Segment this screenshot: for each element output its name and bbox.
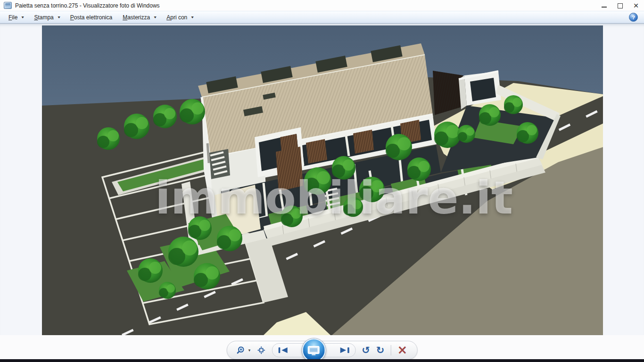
title-bar: Paietta senza torrino.275 - Visualizzato… xyxy=(0,0,644,11)
delete-button[interactable]: × xyxy=(397,344,407,356)
window-controls: × xyxy=(596,0,644,11)
chevron-down-icon: ▾ xyxy=(248,348,251,353)
menu-posta-elettronica[interactable]: Posta elettronica xyxy=(70,14,112,21)
next-icon xyxy=(339,347,349,354)
actual-size-icon xyxy=(256,346,265,354)
rotate-counterclockwise-button[interactable]: ↺ xyxy=(362,346,370,355)
photo-viewer-toolbar: ▾ xyxy=(227,341,418,360)
slideshow-icon xyxy=(307,346,320,355)
menu-stampa-label: Stampa xyxy=(34,14,53,21)
zoom-button[interactable]: ▾ xyxy=(237,346,251,354)
restore-button[interactable] xyxy=(612,0,628,11)
chevron-down-icon: ▾ xyxy=(58,15,60,19)
minimize-icon xyxy=(602,3,607,8)
help-icon: ? xyxy=(632,15,635,20)
viewer-content: immobiliare.it xyxy=(0,24,644,359)
play-slideshow-button[interactable] xyxy=(302,338,325,362)
menu-apri-con-label: Apri con xyxy=(166,14,187,21)
menu-bar: File ▾ Stampa ▾ Posta elettronica Master… xyxy=(0,11,644,24)
photo-canvas: immobiliare.it xyxy=(42,25,603,335)
navigation-group xyxy=(272,343,355,357)
menu-apri-con[interactable]: Apri con ▾ xyxy=(166,14,193,21)
menu-masterizza[interactable]: Masterizza ▾ xyxy=(123,14,156,21)
photo-render xyxy=(42,25,603,335)
viewer-bottom-chrome: ▾ xyxy=(0,335,644,359)
next-button[interactable] xyxy=(339,347,349,354)
menu-masterizza-label: Masterizza xyxy=(123,14,150,21)
magnifier-icon xyxy=(237,346,247,354)
chevron-down-icon: ▾ xyxy=(22,15,24,19)
chevron-down-icon: ▾ xyxy=(154,15,157,19)
taskbar-edge xyxy=(0,359,644,362)
chevron-down-icon: ▾ xyxy=(191,15,194,19)
previous-button[interactable] xyxy=(278,347,288,354)
menu-file-label: File xyxy=(8,14,17,21)
window-title: Paietta senza torrino.275 - Visualizzato… xyxy=(15,2,160,9)
photo-viewer-app-icon xyxy=(4,2,12,9)
minimize-button[interactable] xyxy=(596,0,612,11)
menu-posta-label: Posta elettronica xyxy=(70,14,112,21)
close-icon: × xyxy=(633,1,638,10)
menu-file[interactable]: File ▾ xyxy=(8,14,24,21)
restore-icon xyxy=(618,3,623,8)
menu-stampa[interactable]: Stampa ▾ xyxy=(34,14,59,21)
rotate-clockwise-button[interactable]: ↻ xyxy=(376,346,385,355)
previous-icon xyxy=(278,347,288,354)
actual-size-button[interactable] xyxy=(256,346,265,354)
toolbar-divider xyxy=(390,345,391,355)
close-button[interactable]: × xyxy=(628,0,644,11)
help-button[interactable]: ? xyxy=(629,13,638,22)
